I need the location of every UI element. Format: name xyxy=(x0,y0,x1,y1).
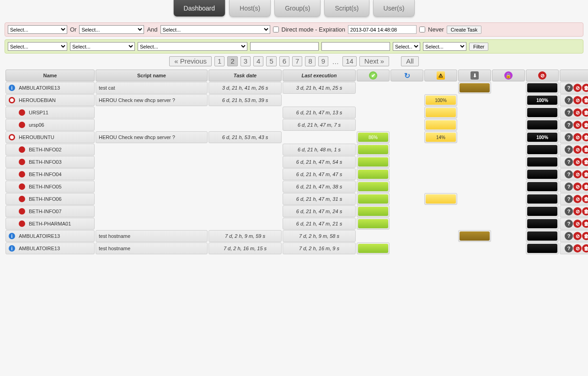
info-button[interactable]: ? xyxy=(565,96,573,104)
cancel-button[interactable]: ⊘ xyxy=(573,133,582,141)
info-button[interactable]: ? xyxy=(565,145,573,154)
pager-page-6[interactable]: 6 xyxy=(279,56,289,66)
cancel-button[interactable]: ⊘ xyxy=(573,183,582,191)
cancel-button[interactable]: ⊘ xyxy=(573,121,582,129)
cancel-button[interactable]: ⊘ xyxy=(573,195,582,203)
info-button[interactable]: ? xyxy=(565,84,573,92)
cancel-button[interactable]: ⊘ xyxy=(573,220,582,228)
delete-button[interactable]: 🗑 xyxy=(582,133,588,141)
pager-prev[interactable]: « Previous xyxy=(169,56,212,66)
cancel-button[interactable]: ⊘ xyxy=(573,207,582,215)
cancel-button[interactable]: ⊘ xyxy=(573,244,582,252)
host-name[interactable]: AMBULATOIRE13 xyxy=(19,233,60,239)
info-button[interactable]: ? xyxy=(565,183,573,191)
filter-select-4[interactable]: Select... xyxy=(393,42,420,51)
info-button[interactable]: ? xyxy=(565,133,573,141)
info-button[interactable]: ? xyxy=(565,207,573,215)
host-name[interactable]: URSP11 xyxy=(29,110,48,115)
header-success[interactable]: ✔ xyxy=(357,70,390,81)
tab-scripts[interactable]: Script(s) xyxy=(324,0,369,17)
cancel-button[interactable]: ⊘ xyxy=(573,170,582,178)
host-name[interactable]: ursp06 xyxy=(29,122,44,128)
pager-page-7[interactable]: 7 xyxy=(292,56,302,66)
never-checkbox[interactable] xyxy=(419,27,425,32)
pager-page-2[interactable]: 2 xyxy=(227,56,237,66)
pager-page-8[interactable]: 8 xyxy=(305,56,315,66)
task-select-2[interactable]: Select... xyxy=(79,25,144,34)
host-name[interactable]: HEROUBUNTU xyxy=(19,134,54,140)
filter-select-5[interactable]: Select... xyxy=(423,42,466,51)
info-button[interactable]: ? xyxy=(565,158,573,166)
filter-select-2[interactable]: Select... xyxy=(70,42,135,51)
pager-all[interactable]: All xyxy=(401,56,419,66)
cancel-button[interactable]: ⊘ xyxy=(573,108,582,117)
host-name[interactable]: BETH-INFO04 xyxy=(29,172,62,177)
info-button[interactable]: ? xyxy=(565,195,573,203)
filter-text-2[interactable] xyxy=(321,42,390,51)
tab-hosts[interactable]: Host(s) xyxy=(229,0,271,17)
delete-button[interactable]: 🗑 xyxy=(582,84,588,92)
delete-button[interactable]: 🗑 xyxy=(582,183,588,191)
info-button[interactable]: ? xyxy=(565,121,573,129)
cancel-button[interactable]: ⊘ xyxy=(573,158,582,166)
tab-users[interactable]: User(s) xyxy=(373,0,415,17)
header-download[interactable]: ⬇ xyxy=(458,70,491,81)
pager-page-3[interactable]: 3 xyxy=(241,56,251,66)
host-name[interactable]: BETH-PHARMA01 xyxy=(29,221,71,226)
cancel-button[interactable]: ⊘ xyxy=(573,145,582,154)
host-name[interactable]: AMBULATOIRE13 xyxy=(19,246,60,251)
pager-next[interactable]: Next » xyxy=(359,56,389,66)
tab-dashboard[interactable]: Dashboard xyxy=(173,0,226,17)
filter-select-1[interactable]: Select... xyxy=(8,42,67,51)
header-lock[interactable]: 🔒 xyxy=(492,70,525,81)
header-taskdate[interactable]: Task date xyxy=(208,70,282,81)
pager-page-1[interactable]: 1 xyxy=(214,56,225,66)
pager-page-9[interactable]: 9 xyxy=(318,56,328,66)
host-name[interactable]: AMBULATOIRE13 xyxy=(19,85,60,91)
tab-groups[interactable]: Group(s) xyxy=(274,0,321,17)
filter-select-3[interactable]: Select... xyxy=(138,42,247,51)
pager-page-14[interactable]: 14 xyxy=(342,56,357,66)
task-select-1[interactable]: Select... xyxy=(8,25,67,34)
delete-button[interactable]: 🗑 xyxy=(582,158,588,166)
delete-button[interactable]: 🗑 xyxy=(582,207,588,215)
host-name[interactable]: BETH-INFO05 xyxy=(29,184,62,189)
host-name[interactable]: BETH-INFO06 xyxy=(29,196,62,202)
expiration-input[interactable] xyxy=(348,25,417,34)
header-warning[interactable]: ⚠ xyxy=(424,70,457,81)
delete-button[interactable]: 🗑 xyxy=(582,108,588,117)
header-name[interactable]: Name xyxy=(5,70,95,81)
direct-mode-checkbox[interactable] xyxy=(273,27,279,32)
delete-button[interactable]: 🗑 xyxy=(582,121,588,129)
table-row: iAMBULATOIRE13test hostname7 d, 2 h, 16 … xyxy=(5,242,588,254)
delete-button[interactable]: 🗑 xyxy=(582,232,588,240)
info-button[interactable]: ? xyxy=(565,170,573,178)
header-script[interactable]: Script name xyxy=(96,70,208,81)
info-button[interactable]: ? xyxy=(565,108,573,117)
filter-button[interactable]: Filter xyxy=(469,43,488,51)
delete-button[interactable]: 🗑 xyxy=(582,195,588,203)
delete-button[interactable]: 🗑 xyxy=(582,220,588,228)
delete-button[interactable]: 🗑 xyxy=(582,145,588,154)
header-blocked[interactable]: ⊘ xyxy=(526,70,559,81)
cancel-button[interactable]: ⊘ xyxy=(573,96,582,104)
info-button[interactable]: ? xyxy=(565,232,573,240)
delete-button[interactable]: 🗑 xyxy=(582,244,588,252)
pager-page-5[interactable]: 5 xyxy=(266,56,276,66)
cancel-button[interactable]: ⊘ xyxy=(573,232,582,240)
filter-text-1[interactable] xyxy=(250,42,319,51)
host-name[interactable]: BETH-INFO07 xyxy=(29,209,62,214)
header-rerun[interactable]: ↻ xyxy=(390,70,423,81)
create-task-button[interactable]: Create Task xyxy=(447,26,482,34)
host-name[interactable]: BETH-INFO03 xyxy=(29,159,62,165)
delete-button[interactable]: 🗑 xyxy=(582,96,588,104)
host-name[interactable]: BETH-INFO02 xyxy=(29,147,62,152)
task-select-3[interactable]: Select... xyxy=(160,25,270,34)
delete-button[interactable]: 🗑 xyxy=(582,170,588,178)
info-button[interactable]: ? xyxy=(565,244,573,252)
host-name[interactable]: HEROUDEBIAN xyxy=(19,97,56,103)
info-button[interactable]: ? xyxy=(565,220,573,228)
pager-page-4[interactable]: 4 xyxy=(253,56,263,66)
cancel-button[interactable]: ⊘ xyxy=(573,84,582,92)
header-lastexec[interactable]: Last execution xyxy=(283,70,356,81)
